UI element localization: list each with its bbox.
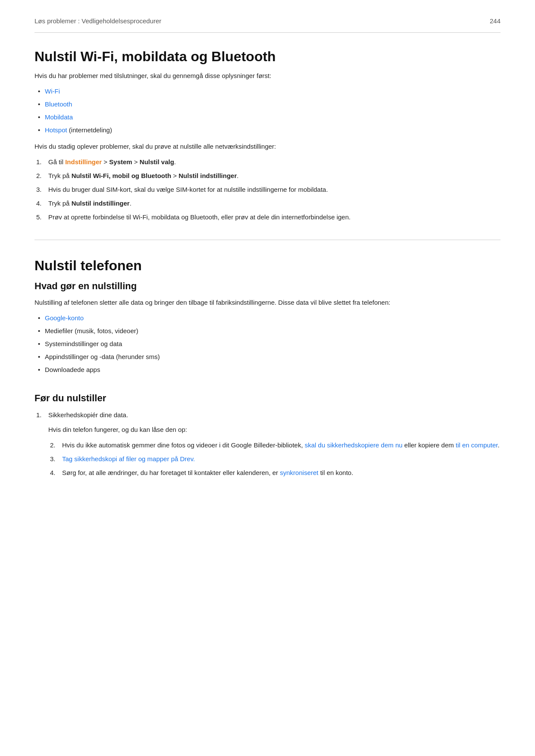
- list-item-mobildata: Mobildata: [34, 112, 501, 122]
- hotspot-suffix: (internetdeling): [67, 126, 112, 134]
- subsection1-title: Hvad gør en nulstilling: [34, 280, 501, 293]
- step-1: Gå til Indstillinger > System > Nulstil …: [34, 157, 501, 167]
- page-header: Løs problemer : Vedligeholdelsesprocedur…: [34, 17, 501, 33]
- list-item-google-konto: Google-konto: [34, 313, 501, 323]
- list-item-bluetooth: Bluetooth: [34, 99, 501, 109]
- subsection-what-reset: Hvad gør en nulstilling Nulstilling af t…: [34, 280, 501, 375]
- link-bluetooth[interactable]: Bluetooth: [45, 100, 72, 108]
- systemindstillinger-text: Systemindstillinger og data: [45, 340, 122, 347]
- step1-sub-list: Hvis du ikke automatisk gemmer dine foto…: [48, 440, 501, 478]
- list-item-hotspot: Hotspot (internetdeling): [34, 125, 501, 135]
- section1-intro: Hvis du har problemer med tilslutninger,…: [34, 71, 501, 81]
- link-hotspot[interactable]: Hotspot: [45, 126, 67, 134]
- section1-steps-intro: Hvis du stadig oplever problemer, skal d…: [34, 141, 501, 152]
- step-3: Hvis du bruger dual SIM-kort, skal du væ…: [34, 184, 501, 195]
- appindstillinger-text: Appindstillinger og -data (herunder sms): [45, 353, 160, 360]
- link-til-en-computer[interactable]: til en computer: [456, 441, 498, 449]
- section-reset-phone: Nulstil telefonen Hvad gør en nulstillin…: [34, 257, 501, 478]
- downloadede-text: Downloadede apps: [45, 366, 100, 373]
- before-reset-steps: Sikkerhedskopiér dine data. Hvis din tel…: [34, 410, 501, 478]
- page-number: 244: [490, 17, 501, 25]
- step1-label: Sikkerhedskopiér dine data.: [48, 411, 128, 419]
- section2-title: Nulstil telefonen: [34, 257, 501, 274]
- step-4: Tryk på Nulstil indstillinger.: [34, 198, 501, 209]
- link-tag-sikkerhedskopi[interactable]: Tag sikkerhedskopi af filer og mapper på…: [62, 455, 195, 462]
- link-synkroniseret[interactable]: synkroniseret: [280, 469, 318, 476]
- sub-item-fotos: Hvis du ikke automatisk gemmer dine foto…: [48, 440, 501, 450]
- sub-item-drev: Tag sikkerhedskopi af filer og mapper på…: [48, 454, 501, 464]
- section1-links-list: Wi-Fi Bluetooth Mobildata Hotspot (inter…: [34, 86, 501, 135]
- step1-sub-intro: Hvis din telefon fungerer, og du kan lås…: [48, 425, 501, 435]
- list-item-downloadede: Downloadede apps: [34, 365, 501, 375]
- list-item-wifi: Wi-Fi: [34, 86, 501, 97]
- link-mobildata[interactable]: Mobildata: [45, 113, 73, 121]
- step1-subtext: Hvis din telefon fungerer, og du kan lås…: [48, 425, 501, 478]
- page-container: Løs problemer : Vedligeholdelsesprocedur…: [0, 0, 535, 756]
- list-item-appindstillinger: Appindstillinger og -data (herunder sms): [34, 352, 501, 362]
- list-item-mediefiler: Mediefiler (musik, fotos, videoer): [34, 326, 501, 336]
- link-indstillinger[interactable]: Indstillinger: [65, 158, 102, 166]
- section1-title: Nulstil Wi-Fi, mobildata og Bluetooth: [34, 48, 501, 65]
- subsection-before-reset: Før du nulstiller Sikkerhedskopiér dine …: [34, 392, 501, 478]
- list-item-systemindstillinger: Systemindstillinger og data: [34, 339, 501, 349]
- before-step-1: Sikkerhedskopiér dine data. Hvis din tel…: [34, 410, 501, 478]
- step-2: Tryk på Nulstil Wi-Fi, mobil og Bluetoot…: [34, 171, 501, 181]
- section-divider-1: [34, 240, 501, 240]
- sub-item-synkroniseret: Sørg for, at alle ændringer, du har fore…: [48, 468, 501, 478]
- step-5: Prøv at oprette forbindelse til Wi-Fi, m…: [34, 212, 501, 222]
- link-google-konto[interactable]: Google-konto: [45, 314, 84, 322]
- section-wifi-reset: Nulstil Wi-Fi, mobildata og Bluetooth Hv…: [34, 48, 501, 222]
- link-wifi[interactable]: Wi-Fi: [45, 87, 60, 95]
- subsection2-title: Før du nulstiller: [34, 392, 501, 405]
- subsection1-intro: Nulstilling af telefonen sletter alle da…: [34, 297, 501, 308]
- breadcrumb: Løs problemer : Vedligeholdelsesprocedur…: [34, 17, 161, 25]
- link-sikkerhedskopiere[interactable]: skal du sikkerhedskopiere dem nu: [305, 441, 403, 449]
- mediefiler-text: Mediefiler (musik, fotos, videoer): [45, 327, 138, 334]
- reset-items-list: Google-konto Mediefiler (musik, fotos, v…: [34, 313, 501, 375]
- section1-steps-list: Gå til Indstillinger > System > Nulstil …: [34, 157, 501, 222]
